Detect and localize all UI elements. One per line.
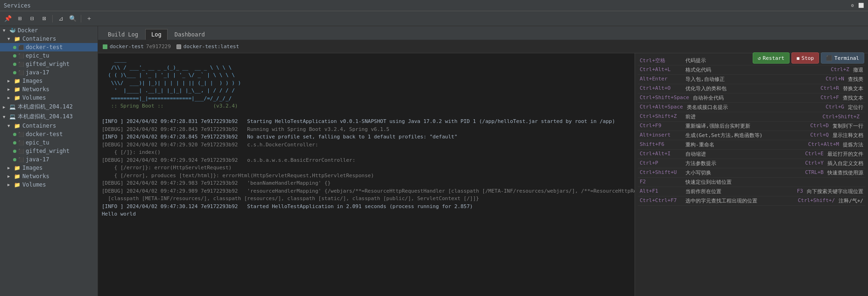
collapse-all-button[interactable]: ⊟ <box>27 14 37 24</box>
maximize-icon[interactable]: ⬜ <box>858 2 864 9</box>
tabs-bar: Build Log Log Dashboard <box>98 26 868 40</box>
sidebar-item-containers-1[interactable]: ▼ 📁 Containers <box>0 35 98 43</box>
action-buttons: ↺ Restart ◼ Stop ⬛ Terminal <box>753 52 864 64</box>
docker-expand-arrow: ▼ <box>3 28 7 33</box>
shortcut-desc2-15: 向下搜索关键字出现位置 <box>807 188 863 195</box>
shortcut-key2-5: Ctrl+F <box>792 94 839 101</box>
shortcut-key2-7: Ctrl+Shift+Z <box>813 114 860 120</box>
sidebar-item-docker-test-1[interactable]: ⬛ docker-test <box>0 43 98 51</box>
gifted-wright-status-2 <box>13 150 16 153</box>
shortcut-desc-8: 重新编译,强除后台实时更新 <box>685 123 750 130</box>
main-layout: ▼ 🐳 Docker ▼ 📁 Containers ⬛ docker-test … <box>0 26 868 296</box>
shortcut-desc-5: 自动补全代码 <box>693 94 724 101</box>
shortcut-desc-15: 当前作所在位置 <box>685 188 721 195</box>
sidebar-item-networks-2[interactable]: ▶ 📁 Networks <box>0 172 98 180</box>
shortcut-desc-3: 导入包,自动修正 <box>685 76 725 83</box>
log-entry-5: { [/]}: index() <box>102 149 631 157</box>
shortcut-desc-4: 优化导入的类和包 <box>685 85 727 92</box>
container-name-2: docker-test:latest <box>183 43 239 50</box>
shortcut-desc-7: 前进 <box>685 113 696 120</box>
shortcut-row-15: Alt+F1 当前作所在位置 F3 向下搜索关键字出现位置 <box>638 187 865 196</box>
sidebar-item-volumes-1[interactable]: ▶ 📁 Volumes <box>0 94 98 102</box>
stop-button[interactable]: ◼ Stop <box>791 52 819 64</box>
tab-log[interactable]: Log <box>145 29 168 40</box>
log-empty-1 <box>102 110 631 118</box>
sidebar-item-epic-tu-1[interactable]: ⬛ epic_tu <box>0 51 98 60</box>
shortcut-desc-2: 格式化代码 <box>685 66 711 73</box>
sidebar-item-java-17-2[interactable]: ⬛ java-17 <box>0 155 98 164</box>
sidebar-item-images-2[interactable]: ▶ 📁 Images <box>0 164 98 172</box>
epic-tu-status-1 <box>13 54 16 58</box>
add-button[interactable]: + <box>84 14 94 24</box>
sidebar-item-vm-143[interactable]: ▼ 💻 本机虚拟机_204.143 <box>0 112 98 122</box>
shortcut-row-12: Ctrl+P 方法参数提示 Ctrl+Y 插入自定义文档 <box>638 159 865 168</box>
toolbar-divider-1 <box>52 15 53 22</box>
sidebar-item-java-17-1[interactable]: ⬛ java-17 <box>0 68 98 77</box>
epic-tu-status-2 <box>13 141 16 144</box>
sidebar-item-networks-1[interactable]: ▶ 📁 Networks <box>0 85 98 94</box>
docker-test-status-1 <box>13 46 16 49</box>
sidebar-item-gifted-wright-2[interactable]: ⬛ gifted_wright <box>0 147 98 155</box>
volumes-arrow-1: ▶ <box>7 95 12 100</box>
images-folder-icon-2: 📁 <box>14 165 21 171</box>
banner-line-3: ( ( )\___ | '_ | '_| | '_ \/ _` | \ \ \ … <box>102 72 631 79</box>
restart-button[interactable]: ↺ Restart <box>753 52 790 64</box>
sidebar-epic-tu-label-1: epic_tu <box>26 52 49 59</box>
tab-build-log[interactable]: Build Log <box>102 29 144 40</box>
shortcut-row-7: Ctrl+Shift+Z 前进 Ctrl+Shift+Z <box>638 112 865 122</box>
log-entry-2: [DEBUG] 2024/04/02 09:47:28.843 7e917229… <box>102 126 631 134</box>
sidebar-item-docker-test-2[interactable]: ⬛ docker-test <box>0 130 98 138</box>
expand-all-button[interactable]: ⊞ <box>15 14 25 24</box>
container-id-1: 7e917229 <box>146 43 171 50</box>
shortcut-row-14: F2 快速定位到出错位置 <box>638 178 865 187</box>
log-entry-9: [DEBUG] 2024/04/02 09:47:29.983 7e917229… <box>102 180 631 188</box>
sidebar-item-docker[interactable]: ▼ 🐳 Docker <box>0 26 98 35</box>
settings-icon[interactable]: ⚙ <box>849 2 856 9</box>
shortcut-desc2-6: 定位行 <box>848 104 863 111</box>
container-indicator-1[interactable]: docker-test 7e917229 <box>103 43 171 50</box>
log-entry-1: [INFO ] 2024/04/02 09:47:28.831 7e917229… <box>102 118 631 126</box>
banner-line-5: ' |____| .__|_| |_|_| |_\__, | / / / / <box>102 87 631 95</box>
shortcut-key2-13: CTRL+B <box>777 169 824 176</box>
container-icon-gifted-1: ⬛ <box>18 62 24 67</box>
shortcut-desc2-16: 注释/气+/ <box>839 197 863 204</box>
sidebar-item-gifted-wright-1[interactable]: ⬛ gifted_wright <box>0 60 98 68</box>
containers-arrow-2: ▼ <box>7 123 12 128</box>
networks-arrow-2: ▶ <box>7 174 12 179</box>
shortcut-key-10: Shift+F6 <box>640 141 682 148</box>
container-status-gray <box>176 44 181 49</box>
sidebar-gifted-wright-label-1: gifted_wright <box>26 61 70 67</box>
java-17-status-2 <box>13 158 16 161</box>
shortcut-key-7: Ctrl+Shift+Z <box>640 113 682 120</box>
sidebar-item-containers-2[interactable]: ▼ 📁 Containers <box>0 122 98 130</box>
sidebar-item-epic-tu-2[interactable]: ⬛ epic_tu <box>0 138 98 147</box>
tab-dashboard[interactable]: Dashboard <box>169 29 211 40</box>
terminal-button[interactable]: ⬛ Terminal <box>821 52 864 64</box>
shortcut-desc-10: 重构-重命名 <box>685 141 714 148</box>
networks-folder-icon-1: 📁 <box>14 87 21 93</box>
container-indicator-2[interactable]: docker-test:latest <box>176 43 239 50</box>
shortcut-key2-12: Ctrl+Y <box>777 160 824 167</box>
shortcut-desc2-11: 最近打开的文件 <box>827 151 863 158</box>
sidebar-java-17-label-1: java-17 <box>26 69 49 76</box>
log-panel: ____ /\\ / ___'_ __ _ _(_)_ __ __ _ \ \ … <box>98 53 635 296</box>
search-button[interactable]: 🔍 <box>68 14 78 24</box>
shortcut-key2-6: Ctrl+G <box>797 104 844 111</box>
shortcut-key-3: Alt+Enter <box>640 76 682 83</box>
sidebar-item-vm-142[interactable]: ▶ 💻 本机虚拟机_204.142 <box>0 102 98 112</box>
sidebar-docker-label: Docker <box>18 27 38 34</box>
sidebar-volumes-label-1: Volumes <box>22 94 46 101</box>
shortcut-row-3: Alt+Enter 导入包,自动修正 Ctrl+N 查找类 <box>638 75 865 84</box>
banner-line-6: =========|_|==============|___/=/_/_/_/ <box>102 95 631 103</box>
sidebar-item-volumes-2[interactable]: ▶ 📁 Volumes <box>0 180 98 189</box>
shortcut-desc-6: 类名或接口名提示 <box>687 104 728 111</box>
filter-button[interactable]: ⊿ <box>56 14 66 24</box>
sidebar-containers-label-2: Containers <box>22 123 56 129</box>
pin-button[interactable]: 📌 <box>3 14 13 24</box>
group-button[interactable]: ⊠ <box>39 14 49 24</box>
volumes-arrow-2: ▶ <box>7 182 12 187</box>
shortcut-desc2-5: 查找文本 <box>843 94 863 101</box>
log-entry-3: [INFO ] 2024/04/02 09:47:28.845 7e917229… <box>102 133 631 141</box>
sidebar-item-images-1[interactable]: ▶ 📁 Images <box>0 77 98 85</box>
terminal-icon: ⬛ <box>826 55 833 61</box>
